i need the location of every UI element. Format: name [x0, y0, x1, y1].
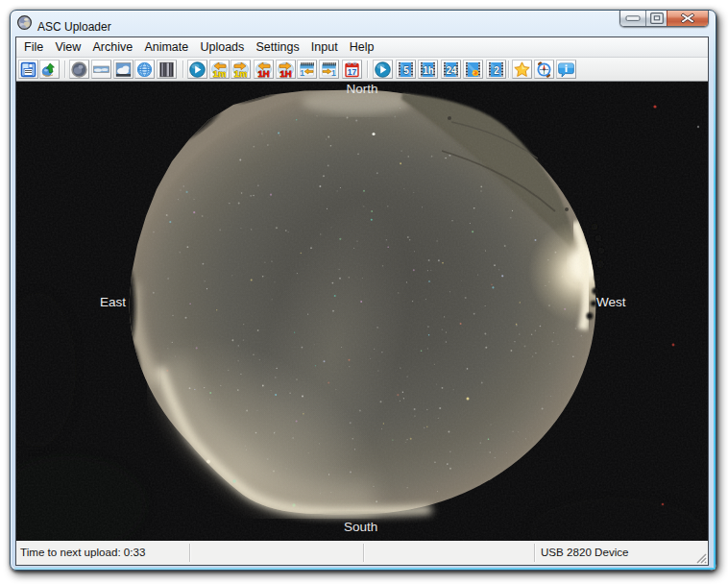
svg-text:1m: 1m: [234, 68, 248, 79]
svg-text:1: 1: [301, 68, 305, 78]
svg-text:North: North: [346, 82, 377, 96]
svg-text:1H: 1H: [258, 68, 270, 79]
svg-text:South: South: [344, 520, 377, 534]
svg-text:1H: 1H: [280, 68, 292, 79]
svg-text:5: 5: [403, 65, 409, 76]
svg-text:West: West: [596, 295, 626, 309]
svg-text:1h: 1h: [423, 65, 434, 76]
svg-text:24: 24: [446, 65, 457, 76]
svg-text:17: 17: [348, 67, 357, 77]
svg-text:2: 2: [494, 65, 499, 76]
svg-text:1m: 1m: [212, 68, 226, 79]
svg-text:East: East: [100, 295, 126, 309]
svg-text:1: 1: [331, 68, 336, 78]
